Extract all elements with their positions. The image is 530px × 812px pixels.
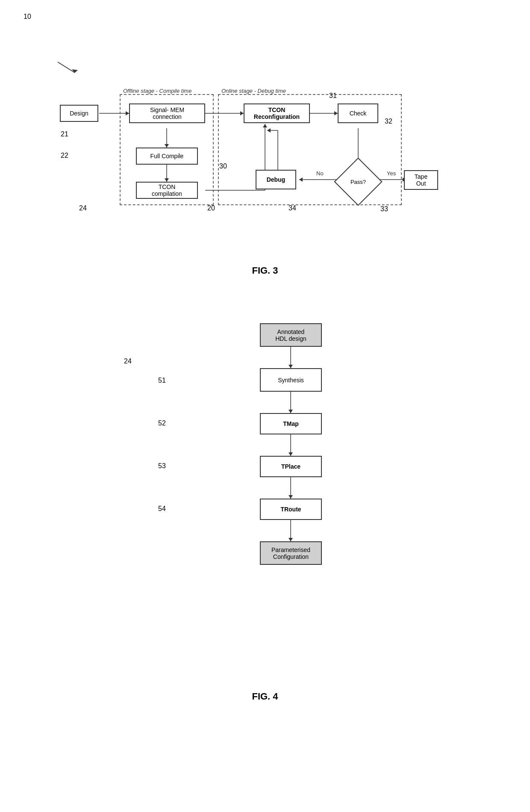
tcon-reconfig-box: TCON Reconfiguration	[244, 103, 310, 123]
synthesis-box: Synthesis	[260, 368, 322, 392]
ref-21: 21	[61, 130, 68, 138]
svg-marker-1	[72, 69, 78, 73]
pass-diamond: Pass?	[337, 160, 380, 203]
ref-33: 33	[380, 205, 388, 213]
svg-line-0	[58, 62, 75, 73]
tape-out-box: Tape Out	[404, 170, 438, 190]
param-config-box: Parameterised Configuration	[260, 541, 322, 565]
ref-10: 10	[24, 13, 31, 21]
fig4-diagram: 24 Annotated HDL design 51 Synthesis 52 …	[26, 302, 504, 687]
design-box: Design	[60, 105, 98, 122]
svg-marker-35	[289, 538, 293, 541]
page: 10	[0, 0, 530, 812]
ref-34: 34	[289, 204, 296, 212]
ref-24: 24	[79, 204, 87, 212]
full-compile-box: Full Compile	[136, 148, 198, 165]
ref-52: 52	[158, 419, 166, 427]
online-label: Online stage - Debug time	[221, 88, 286, 94]
signal-mem-box: Signal- MEM connection	[129, 103, 205, 123]
ref-20: 20	[207, 204, 215, 212]
svg-marker-29	[289, 410, 293, 413]
ref-53: 53	[158, 462, 166, 470]
offline-label: Offline stage - Compile time	[123, 88, 191, 94]
ref-54: 54	[158, 505, 166, 513]
troute-box: TRoute	[260, 499, 322, 520]
ref-30: 30	[219, 162, 227, 170]
tplace-box: TPlace	[260, 456, 322, 477]
ref-51: 51	[158, 377, 166, 384]
fig3-caption: FIG. 3	[26, 265, 504, 276]
fig4-caption: FIG. 4	[26, 691, 504, 702]
tmap-box: TMap	[260, 413, 322, 434]
svg-marker-31	[289, 452, 293, 456]
check-box: Check	[338, 103, 378, 123]
fig4-arrows	[26, 302, 504, 687]
svg-marker-27	[289, 365, 293, 368]
ref-24-fig4: 24	[124, 357, 132, 365]
ref-22: 22	[61, 152, 68, 159]
annotated-hdl-box: Annotated HDL design	[260, 323, 322, 347]
fig3-diagram: No Yes Offline stage - Compile time Onli…	[26, 38, 504, 261]
svg-marker-33	[289, 495, 293, 499]
ref-31: 31	[329, 92, 337, 100]
ref-32: 32	[385, 118, 392, 125]
tcon-compile-box: TCON compilation	[136, 182, 198, 199]
debug-box: Debug	[256, 170, 296, 189]
